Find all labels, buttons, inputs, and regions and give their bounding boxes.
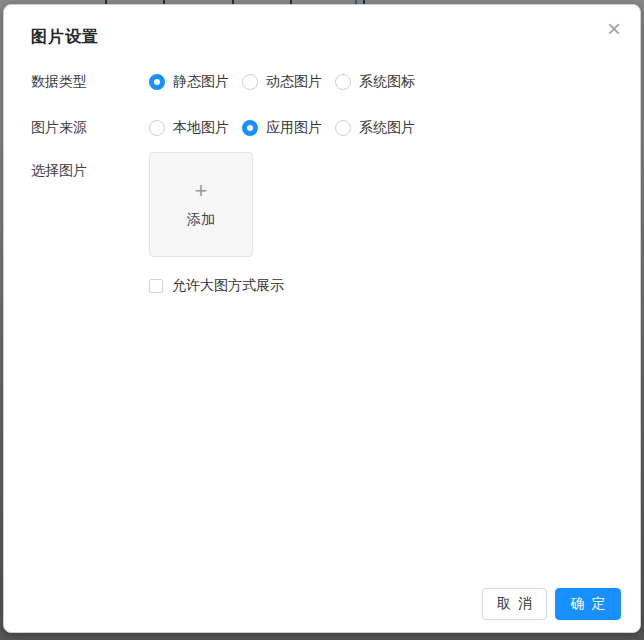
add-image-button[interactable]: + 添加 bbox=[149, 152, 253, 257]
plus-icon: + bbox=[195, 180, 208, 202]
dialog-title: 图片设置 bbox=[31, 27, 99, 48]
radio-option-app-image[interactable]: 应用图片 bbox=[242, 119, 322, 137]
radio-icon bbox=[149, 120, 165, 136]
radio-option-label: 系统图标 bbox=[359, 73, 415, 91]
radio-icon bbox=[335, 120, 351, 136]
radio-option-static-image[interactable]: 静态图片 bbox=[149, 73, 229, 91]
add-button-label: 添加 bbox=[187, 211, 215, 229]
select-image-label: 选择图片 bbox=[31, 152, 149, 180]
checkbox-icon bbox=[149, 279, 163, 293]
radio-option-label: 静态图片 bbox=[173, 73, 229, 91]
radio-option-label: 本地图片 bbox=[173, 119, 229, 137]
image-source-radio-group: 本地图片 应用图片 系统图片 bbox=[149, 119, 428, 137]
checkbox-label: 允许大图方式展示 bbox=[172, 277, 284, 295]
large-image-checkbox[interactable]: 允许大图方式展示 bbox=[149, 277, 284, 295]
select-image-row: 选择图片 + 添加 bbox=[31, 152, 253, 257]
confirm-button-label: 确定 bbox=[571, 595, 613, 613]
confirm-button[interactable]: 确定 bbox=[555, 588, 621, 620]
radio-option-dynamic-image[interactable]: 动态图片 bbox=[242, 73, 322, 91]
image-source-label: 图片来源 bbox=[31, 119, 149, 137]
cancel-button-label: 取消 bbox=[497, 595, 539, 613]
radio-icon bbox=[242, 120, 258, 136]
radio-option-system-image[interactable]: 系统图片 bbox=[335, 119, 415, 137]
radio-option-local-image[interactable]: 本地图片 bbox=[149, 119, 229, 137]
data-type-radio-group: 静态图片 动态图片 系统图标 bbox=[149, 73, 428, 91]
cancel-button[interactable]: 取消 bbox=[482, 588, 547, 620]
image-source-row: 图片来源 本地图片 应用图片 系统图片 bbox=[31, 120, 428, 136]
data-type-row: 数据类型 静态图片 动态图片 系统图标 bbox=[31, 74, 428, 90]
radio-option-system-icon[interactable]: 系统图标 bbox=[335, 73, 415, 91]
image-settings-dialog: 图片设置 × 数据类型 静态图片 动态图片 系统图标 图片来源 本地图片 bbox=[3, 4, 641, 633]
radio-icon bbox=[242, 74, 258, 90]
close-icon[interactable]: × bbox=[600, 15, 628, 43]
data-type-label: 数据类型 bbox=[31, 73, 149, 91]
radio-icon bbox=[335, 74, 351, 90]
radio-option-label: 动态图片 bbox=[266, 73, 322, 91]
radio-option-label: 系统图片 bbox=[359, 119, 415, 137]
radio-option-label: 应用图片 bbox=[266, 119, 322, 137]
radio-icon bbox=[149, 74, 165, 90]
